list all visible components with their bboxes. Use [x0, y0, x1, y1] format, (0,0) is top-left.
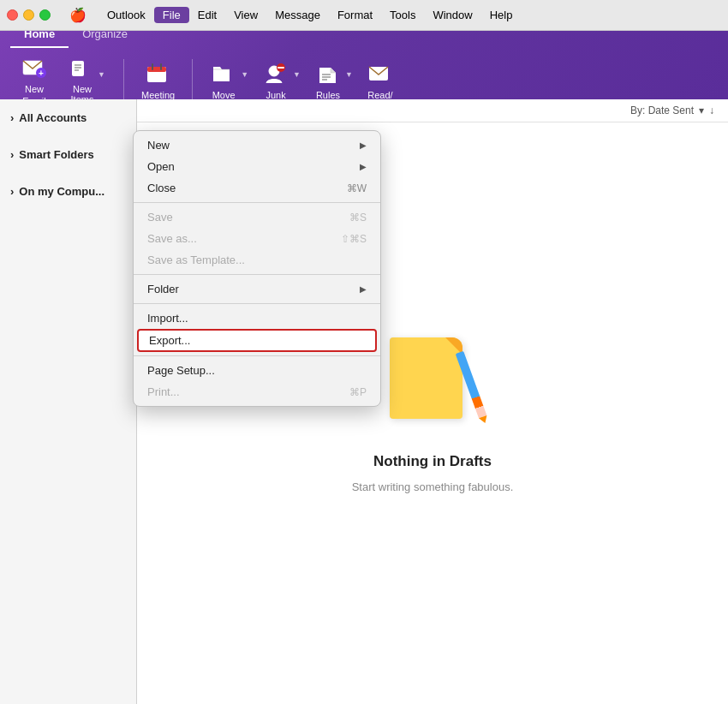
- menu-item-save-template: Save as Template...: [134, 249, 380, 271]
- junk-button[interactable]: Junk: [255, 57, 296, 104]
- empty-state-title: Nothing in Drafts: [373, 453, 492, 470]
- menu-help[interactable]: Help: [481, 7, 522, 23]
- all-accounts-label: All Accounts: [19, 111, 87, 124]
- move-icon: [210, 61, 237, 88]
- read-button[interactable]: Read/: [360, 57, 401, 104]
- menu-item-page-setup[interactable]: Page Setup...: [134, 360, 380, 381]
- menu-save-as-shortcut: ⇧⌘S: [341, 233, 367, 245]
- separator-1: [134, 202, 380, 203]
- menu-item-close[interactable]: Close ⌘W: [134, 177, 380, 199]
- menu-print-label: Print...: [147, 385, 180, 398]
- sidebar-item-on-computer[interactable]: › On my Compu...: [0, 180, 136, 203]
- sidebar-section-smart: › Smart Folders: [0, 136, 136, 173]
- menu-print-shortcut: ⌘P: [349, 386, 367, 398]
- menu-item-folder[interactable]: Folder ▶: [134, 278, 380, 300]
- menu-item-open[interactable]: Open ▶: [134, 156, 380, 177]
- sort-label[interactable]: By: Date Sent: [630, 104, 694, 116]
- menu-open-arrow: ▶: [360, 162, 367, 171]
- minimize-button[interactable]: [23, 9, 34, 21]
- menu-new-arrow: ▶: [360, 140, 367, 150]
- all-accounts-chevron: ›: [10, 111, 14, 124]
- meeting-button[interactable]: Meeting: [134, 57, 182, 104]
- menu-bar: 🍎 Outlook File Edit View Message Format …: [0, 0, 728, 31]
- traffic-lights: [7, 9, 51, 21]
- menu-new-label: New: [147, 139, 170, 152]
- new-items-icon: [69, 57, 96, 84]
- menu-close-shortcut: ⌘W: [347, 182, 367, 194]
- rules-dropdown-arrow[interactable]: ▼: [345, 70, 353, 79]
- move-button-group: Move ▼: [203, 57, 248, 104]
- menu-tools[interactable]: Tools: [381, 7, 424, 23]
- svg-text:+: +: [39, 69, 44, 78]
- menu-window[interactable]: Window: [424, 7, 480, 23]
- sidebar-item-smart-folders[interactable]: › Smart Folders: [0, 143, 136, 166]
- file-menu: New ▶ Open ▶ Close ⌘W Save ⌘S Save as...…: [133, 130, 381, 407]
- rules-button[interactable]: Rules: [307, 57, 349, 104]
- draft-illustration: [381, 333, 484, 436]
- draft-paper: [390, 337, 462, 419]
- separator-3: [134, 303, 380, 304]
- rules-icon: [314, 61, 342, 88]
- menu-item-new[interactable]: New ▶: [134, 134, 380, 156]
- move-dropdown-arrow[interactable]: ▼: [241, 70, 248, 79]
- menu-item-import[interactable]: Import...: [134, 307, 380, 329]
- sidebar-section-accounts: › All Accounts: [0, 99, 136, 136]
- smart-folders-chevron: ›: [10, 148, 14, 161]
- menu-save-template-label: Save as Template...: [147, 254, 245, 266]
- toolbar: Home Organize + New Email: [0, 31, 728, 99]
- main-content: › All Accounts › Smart Folders › On my C…: [0, 99, 728, 704]
- junk-dropdown-arrow[interactable]: ▼: [293, 70, 301, 79]
- rules-button-group: Rules ▼: [307, 57, 353, 104]
- menu-save-label: Save: [147, 211, 173, 224]
- menu-item-print: Print... ⌘P: [134, 381, 380, 403]
- new-email-icon: +: [21, 55, 48, 82]
- menu-item-save: Save ⌘S: [134, 206, 380, 228]
- smart-folders-label: Smart Folders: [19, 148, 93, 161]
- new-email-label: New: [25, 84, 44, 94]
- on-computer-chevron: ›: [10, 185, 14, 198]
- menu-save-as-label: Save as...: [147, 232, 197, 245]
- read-icon: [367, 61, 394, 88]
- junk-icon: [262, 61, 289, 88]
- close-button[interactable]: [7, 9, 18, 21]
- sidebar-item-all-accounts[interactable]: › All Accounts: [0, 106, 136, 129]
- menu-bar-items: 🍎 Outlook File Edit View Message Format …: [61, 5, 721, 25]
- apple-menu[interactable]: 🍎: [61, 5, 95, 25]
- sidebar-section-computer: › On my Compu...: [0, 173, 136, 210]
- separator-2: [134, 274, 380, 275]
- separator-1: [123, 59, 124, 102]
- move-button[interactable]: Move: [203, 57, 244, 104]
- menu-export-label: Export...: [149, 334, 190, 347]
- menu-page-setup-label: Page Setup...: [147, 364, 215, 377]
- menu-close-label: Close: [147, 182, 176, 194]
- sort-order-icon: ↓: [709, 104, 714, 116]
- menu-open-label: Open: [147, 160, 175, 173]
- menu-folder-label: Folder: [147, 283, 179, 295]
- menu-message[interactable]: Message: [266, 7, 329, 23]
- svg-rect-3: [72, 61, 84, 76]
- empty-state-subtitle: Start writing something fabulous.: [352, 480, 514, 493]
- sidebar: › All Accounts › Smart Folders › On my C…: [0, 99, 137, 704]
- menu-format[interactable]: Format: [329, 7, 381, 23]
- menu-view[interactable]: View: [225, 7, 266, 23]
- menu-edit[interactable]: Edit: [189, 7, 225, 23]
- separator-2: [192, 59, 193, 102]
- new-items-label: New: [73, 84, 92, 94]
- menu-save-shortcut: ⌘S: [349, 212, 367, 224]
- menu-outlook[interactable]: Outlook: [98, 7, 154, 23]
- maximize-button[interactable]: [39, 9, 51, 21]
- content-header: By: Date Sent ▾ ↓: [137, 99, 728, 122]
- meeting-icon: [145, 61, 172, 88]
- menu-folder-arrow: ▶: [360, 284, 367, 294]
- menu-item-save-as: Save as... ⇧⌘S: [134, 228, 380, 249]
- sort-direction-icon: ▾: [699, 104, 704, 116]
- svg-rect-8: [147, 67, 166, 72]
- menu-item-export[interactable]: Export...: [137, 329, 377, 352]
- menu-file[interactable]: File: [154, 7, 189, 23]
- separator-4: [134, 355, 380, 356]
- junk-button-group: Junk ▼: [255, 57, 301, 104]
- menu-import-label: Import...: [147, 312, 188, 325]
- on-computer-label: On my Compu...: [19, 185, 104, 198]
